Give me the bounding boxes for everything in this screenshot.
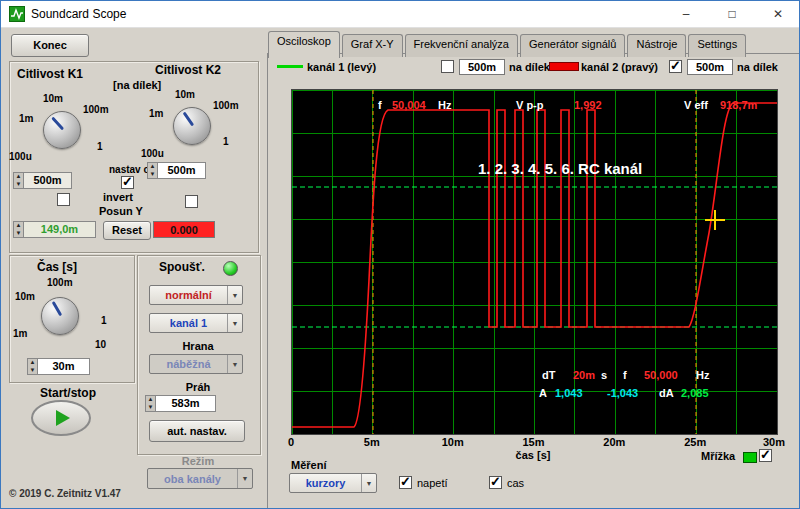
set-both-checkbox[interactable]: [121, 176, 134, 189]
trigger-mode-value: normální: [150, 289, 227, 301]
vpp-label: V p-p: [516, 99, 544, 111]
k1-invert-checkbox[interactable]: [57, 193, 70, 206]
measure-mode-dropdown[interactable]: kurzory: [289, 473, 377, 493]
scope-display[interactable]: f 50,004 Hz V p-p 1,992 V eff 918,7m 1. …: [291, 89, 778, 435]
k1-scale-spinner[interactable]: 500m: [13, 172, 72, 189]
grid-toggle-checkbox[interactable]: [759, 449, 772, 462]
k2-invert-checkbox[interactable]: [185, 195, 198, 208]
reset-button[interactable]: Reset: [103, 221, 151, 240]
threshold-spinner[interactable]: 583m: [145, 395, 216, 412]
regime-label: Režim: [137, 455, 259, 467]
sensitivity-k2-knob[interactable]: [173, 107, 211, 145]
tab-nastroje[interactable]: Nástroje: [627, 34, 686, 57]
close-button[interactable]: ✕: [755, 1, 800, 27]
knob-scale-label: 10m: [175, 89, 195, 100]
scope-canvas[interactable]: [292, 90, 777, 434]
x-tick-label: 25m: [684, 436, 706, 448]
knob-scale-label: 1m: [149, 108, 163, 119]
chevron-down-icon[interactable]: [227, 286, 242, 304]
sensitivity-k1-title: Citlivost K1: [17, 67, 83, 81]
start-stop-button[interactable]: [31, 400, 91, 436]
k1-offset-spinner[interactable]: 149,0m: [13, 221, 96, 238]
time-measure-checkbox[interactable]: [489, 476, 502, 489]
grid-color-swatch: [743, 452, 757, 463]
timebase-spinner[interactable]: 30m: [27, 358, 90, 375]
x-axis: 0 5m 10m 15m 20m 25m 30m: [291, 436, 776, 449]
x-tick-label: 20m: [603, 436, 625, 448]
trigger-led-indicator: [223, 261, 238, 276]
trigger-source-dropdown[interactable]: kanál 1: [149, 313, 243, 333]
cursor-freq-value: 50,000: [644, 369, 678, 381]
k2-offset-value[interactable]: 0.000: [153, 221, 215, 238]
veff-label: V eff: [684, 99, 708, 111]
play-icon: [56, 410, 70, 426]
spinner-arrows-icon[interactable]: [13, 221, 24, 238]
channel2-label: kanál 2 (pravý): [581, 61, 658, 73]
channel2-scale-field[interactable]: 500m: [687, 59, 733, 75]
delta-amplitude-value: 2,085: [681, 387, 709, 399]
timebase-value[interactable]: 30m: [38, 358, 90, 375]
crosshair-cursor-icon[interactable]: [705, 210, 725, 230]
spinner-arrows-icon[interactable]: [147, 162, 158, 179]
k1-scale-value[interactable]: 500m: [24, 172, 72, 189]
knob-scale-label: 100u: [9, 151, 32, 162]
amplitude-value-1: 1,043: [555, 387, 583, 399]
tab-osciloskop[interactable]: Osciloskop: [268, 31, 340, 58]
amplitude-label: A: [539, 387, 547, 399]
sensitivity-k2-title: Citlivost K2: [155, 63, 221, 77]
quit-button[interactable]: Konec: [11, 34, 89, 57]
dt-value: 20m: [573, 369, 595, 381]
knob-needle: [183, 112, 195, 127]
maximize-button[interactable]: □: [709, 1, 755, 27]
window-title: Soundcard Scope: [31, 7, 126, 21]
channel1-scale-field[interactable]: 500m: [459, 59, 505, 75]
channel-mode-value: oba kanály: [148, 473, 237, 485]
k1-offset-value[interactable]: 149,0m: [24, 221, 96, 238]
app-icon: [9, 6, 25, 22]
freq-label: f: [378, 99, 382, 111]
tab-graf-x-y[interactable]: Graf X-Y: [342, 34, 403, 57]
auto-setup-button[interactable]: aut. nastav.: [149, 420, 245, 442]
cursor-freq-label: f: [623, 369, 627, 381]
delta-amplitude-label: dA: [659, 387, 674, 399]
spinner-arrows-icon[interactable]: [27, 358, 38, 375]
channel1-checkbox[interactable]: [441, 60, 454, 73]
k2-scale-value[interactable]: 500m: [158, 162, 206, 179]
spinner-arrows-icon[interactable]: [13, 172, 24, 189]
minimize-button[interactable]: –: [663, 1, 709, 27]
veff-value: 918,7m: [720, 99, 757, 111]
tab-frekvencni-analyza[interactable]: Frekvenční analýza: [405, 34, 518, 57]
chevron-down-icon[interactable]: [361, 474, 376, 492]
channel2-unit-label: na dílek: [737, 61, 778, 73]
k2-scale-spinner[interactable]: 500m: [147, 162, 206, 179]
channel-mode-dropdown[interactable]: oba kanály: [147, 468, 253, 489]
sensitivity-k1-knob[interactable]: [43, 111, 81, 149]
copyright-label: © 2019 C. Zeitnitz V1.47: [9, 488, 121, 499]
knob-scale-label: 10m: [43, 93, 63, 104]
voltage-measure-checkbox[interactable]: [399, 476, 412, 489]
vpp-value: 1,992: [574, 99, 602, 111]
title-bar: Soundcard Scope – □ ✕: [1, 1, 799, 28]
trigger-mode-dropdown[interactable]: normální: [149, 285, 243, 305]
threshold-value[interactable]: 583m: [156, 395, 216, 412]
chevron-down-icon[interactable]: [227, 314, 242, 332]
chevron-down-icon[interactable]: [237, 469, 252, 488]
trigger-edge-dropdown[interactable]: náběžná: [149, 354, 243, 374]
chevron-down-icon[interactable]: [227, 355, 242, 373]
x-tick-label: 0: [288, 436, 294, 448]
knob-scale-label: 1m: [13, 328, 27, 339]
timebase-knob[interactable]: [41, 297, 79, 335]
knob-scale-label: 1m: [19, 113, 33, 124]
timebase-title: Čas [s]: [37, 260, 77, 274]
channel2-checkbox[interactable]: [669, 60, 682, 73]
knob-needle: [51, 117, 64, 131]
tab-generator-signalu[interactable]: Generátor signálů: [520, 34, 625, 57]
knob-scale-label: 100m: [47, 277, 73, 288]
x-tick-label: 15m: [522, 436, 544, 448]
invert-label: invert: [103, 191, 133, 203]
tab-settings[interactable]: Settings: [688, 34, 746, 57]
knob-scale-label: 10m: [15, 291, 35, 302]
grid-toggle-label: Mřížka: [701, 450, 735, 462]
tab-bar: Osciloskop Graf X-Y Frekvenční analýza G…: [268, 30, 748, 57]
spinner-arrows-icon[interactable]: [145, 395, 156, 412]
